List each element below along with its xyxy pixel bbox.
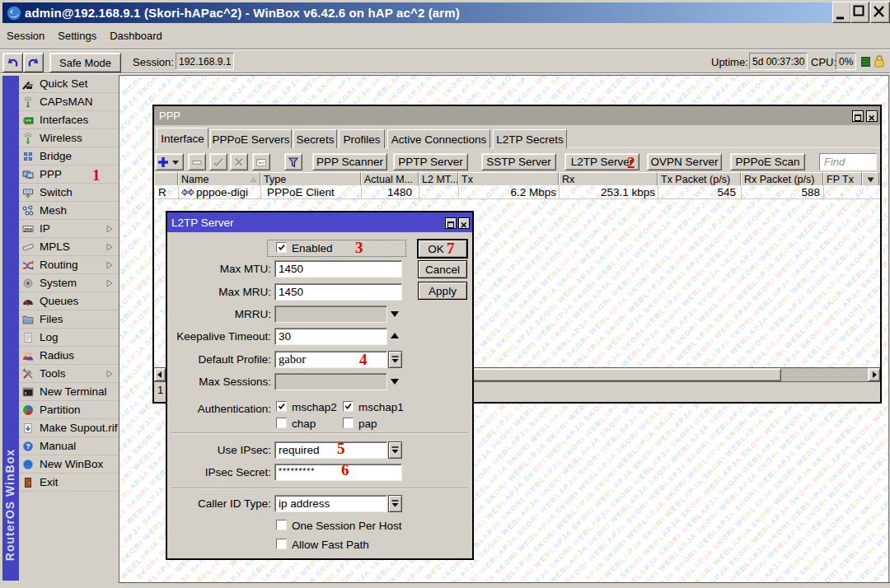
svg-text:255: 255 (24, 226, 33, 231)
svg-text:?: ? (26, 442, 30, 450)
